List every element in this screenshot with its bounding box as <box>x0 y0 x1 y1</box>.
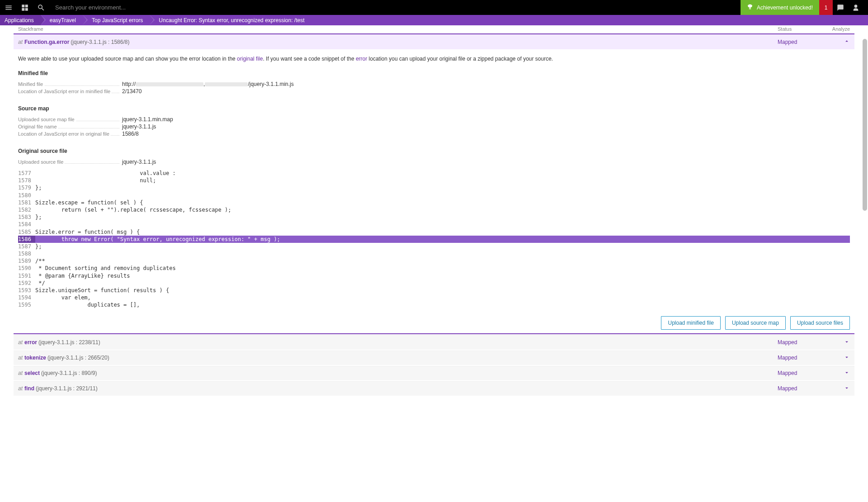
code-line: 1577 val.value : <box>18 170 850 177</box>
frame-location: (jquery-3.1.1.js : 2238/11) <box>38 339 100 346</box>
code-line: 1593Sizzle.uniqueSort = function( result… <box>18 287 850 294</box>
stackframe-row[interactable]: aterror (jquery-3.1.1.js : 2238/11)Mappe… <box>14 335 854 350</box>
frame-function: tokenize <box>24 355 46 361</box>
at-label: at <box>18 39 23 45</box>
code-line: 1595 duplicates = [], <box>18 301 850 308</box>
frame-status: Mapped <box>778 385 832 392</box>
sourcemap-title: Source map <box>18 105 850 112</box>
frame-function: select <box>24 370 40 376</box>
code-line: 1581Sizzle.escape = function( sel ) { <box>18 199 850 206</box>
code-line: 1588 <box>18 250 850 257</box>
chevron-down-icon[interactable] <box>832 385 850 393</box>
notification-badge[interactable]: 1 <box>819 0 833 15</box>
frame-function: find <box>24 385 34 392</box>
minified-file-value: http://,/jquery-3.1.1.min.js <box>122 81 294 87</box>
col-stackframe: Stackframe <box>18 26 43 32</box>
original-file-link[interactable]: original file <box>237 56 263 62</box>
topbar: Achievement unlocked! 1 <box>0 0 868 15</box>
code-line: 1591 * @param {ArrayLike} results <box>18 272 850 279</box>
upload-sourcemap-button[interactable]: Upload source map <box>725 316 786 330</box>
search-input[interactable] <box>55 4 191 11</box>
sourcemap-table: Uploaded source map filejquery-3.1.1.min… <box>18 116 850 137</box>
chevron-down-icon[interactable] <box>832 369 850 377</box>
dashboard-icon[interactable] <box>21 4 29 12</box>
actions: Upload minified file Upload source map U… <box>14 316 850 330</box>
frame-status: Mapped <box>778 39 832 45</box>
frame-location: (jquery-3.1.1.js : 890/9) <box>41 370 97 376</box>
scrollbar[interactable] <box>863 25 867 405</box>
frame-status: Mapped <box>778 370 832 376</box>
code-line: 1589/** <box>18 257 850 265</box>
frame-location: (jquery-3.1.1.js : 1586/8) <box>71 39 129 45</box>
search-icon[interactable] <box>37 4 45 12</box>
code-line: 1579}; <box>18 184 850 191</box>
kv-row: Minified file http://,/jquery-3.1.1.min.… <box>18 81 850 87</box>
code-line: 1586 throw new Error( "Syntax error, unr… <box>18 236 850 243</box>
code-line: 1585Sizzle.error = function( msg ) { <box>18 228 850 236</box>
stackframe-row[interactable]: atfind (jquery-3.1.1.js : 2921/11)Mapped <box>14 381 854 396</box>
code-line: 1580 <box>18 192 850 199</box>
description: We were able to use your uploaded source… <box>18 56 850 62</box>
scroll-thumb[interactable] <box>863 39 867 211</box>
user-icon[interactable] <box>848 0 863 15</box>
chat-icon[interactable] <box>833 0 848 15</box>
error-link[interactable]: error <box>356 56 367 62</box>
frame-function: Function.ga.error <box>24 39 69 45</box>
code-line: 1587}; <box>18 243 850 250</box>
minified-title: Minified file <box>18 70 850 76</box>
upload-minified-button[interactable]: Upload minified file <box>661 316 720 330</box>
minified-table: Minified file http://,/jquery-3.1.1.min.… <box>18 81 850 95</box>
stackframe-row[interactable]: atselect (jquery-3.1.1.js : 890/9)Mapped <box>14 366 854 380</box>
achievement-label: Achievement unlocked! <box>757 5 813 11</box>
frame-location: (jquery-3.1.1.js : 2665/20) <box>47 355 109 361</box>
code-line: 1583}; <box>18 213 850 221</box>
code-block: 1577 val.value :1578 null;1579};15801581… <box>18 170 850 309</box>
achievement-banner[interactable]: Achievement unlocked! <box>741 0 819 15</box>
crumb-top-errors[interactable]: Top JavaScript errors <box>83 15 150 25</box>
chevron-down-icon[interactable] <box>832 354 850 362</box>
crumb-applications[interactable]: Applications <box>0 15 41 25</box>
col-analyze: Analyze <box>832 26 850 32</box>
stackframe-expanded[interactable]: at Function.ga.error (jquery-3.1.1.js : … <box>14 33 854 49</box>
minified-location-value: 2/13470 <box>122 88 142 95</box>
frame-location: (jquery-3.1.1.js : 2921/11) <box>36 385 98 392</box>
crumb-easytravel[interactable]: easyTravel <box>41 15 83 25</box>
col-status: Status <box>778 26 832 32</box>
code-line: 1578 null; <box>18 177 850 184</box>
code-line: 1594 var elem, <box>18 294 850 301</box>
frame-status: Mapped <box>778 355 832 361</box>
stackframe-row[interactable]: attokenize (jquery-3.1.1.js : 2665/20)Ma… <box>14 350 854 365</box>
trophy-icon <box>747 4 753 11</box>
crumb-current: Uncaught Error: Syntax error, unrecogniz… <box>150 15 311 25</box>
code-line: 1592 */ <box>18 279 850 287</box>
upload-source-button[interactable]: Upload source files <box>790 316 850 330</box>
code-line: 1584 <box>18 221 850 228</box>
original-title: Original source file <box>18 148 850 154</box>
breadcrumb: Applications easyTravel Top JavaScript e… <box>0 15 868 25</box>
frame-function: error <box>24 339 37 346</box>
chevron-down-icon[interactable] <box>832 339 850 346</box>
frame-status: Mapped <box>778 339 832 346</box>
kv-row: Location of JavaScript error in minified… <box>18 88 850 95</box>
code-line: 1590 * Document sorting and removing dup… <box>18 265 850 272</box>
menu-icon[interactable] <box>5 4 13 12</box>
table-header: Stackframe Status Analyze <box>14 25 854 33</box>
chevron-up-icon[interactable] <box>832 38 850 46</box>
code-line: 1582 return (sel + "").replace( rcssesca… <box>18 206 850 213</box>
original-table: Uploaded source filejquery-3.1.1.js <box>18 159 850 165</box>
